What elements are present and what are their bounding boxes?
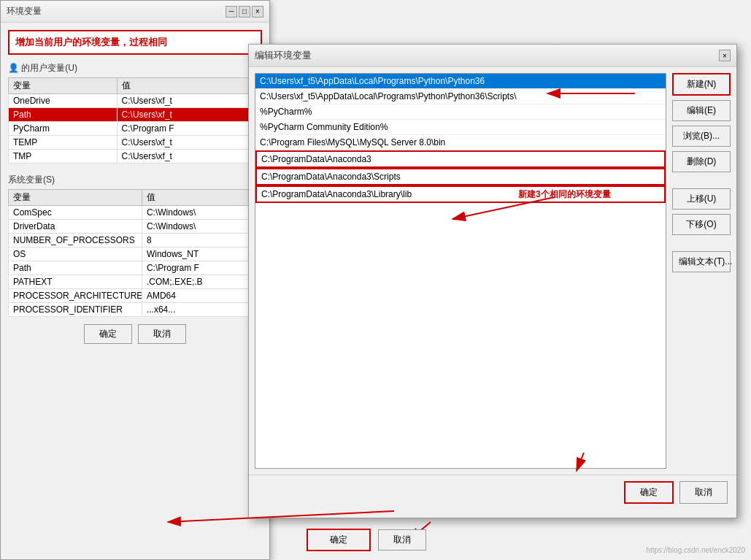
sys-var-name: Path bbox=[9, 261, 142, 275]
sys-var-name: NUMBER_OF_PROCESSORS bbox=[9, 234, 142, 248]
move-up-button[interactable]: 上移(U) bbox=[672, 188, 731, 210]
env-ok-button[interactable]: 确定 bbox=[84, 324, 132, 344]
sys-var-name: PROCESSOR_ARCHITECTURE bbox=[9, 289, 142, 303]
user-vars-table: 变量 值 OneDriveC:\Users\xf_tPathC:\Users\x… bbox=[8, 77, 262, 164]
user-var-row[interactable]: TEMPC:\Users\xf_t bbox=[9, 136, 262, 150]
system-vars-body: ComSpecC:\Windows\DriverDataC:\Windows\N… bbox=[9, 206, 262, 317]
user-var-name: TMP bbox=[9, 150, 118, 164]
path-list-item[interactable]: C:\Program Files\MySQL\MySQL Server 8.0\… bbox=[255, 135, 666, 150]
user-var-value: C:\Users\xf_t bbox=[117, 108, 261, 122]
sys-var-row[interactable]: PROCESSOR_ARCHITECTUREAMD64 bbox=[9, 289, 262, 303]
env-window-titlebar: 环境变量 ─ □ × bbox=[1, 1, 269, 23]
path-list-item[interactable]: C:\Users\xf_t5\AppData\Local\Programs\Py… bbox=[255, 74, 666, 89]
sys-col-var: 变量 bbox=[9, 190, 142, 206]
sys-var-value: ...x64... bbox=[142, 303, 261, 317]
system-section-label: 系统变量(S) bbox=[8, 174, 262, 186]
sys-var-row[interactable]: PATHEXT.COM;.EXE;.B bbox=[9, 275, 262, 289]
edit-env-dialog: 编辑环境变量 × C:\Users\xf_t5\AppData\Local\Pr… bbox=[248, 44, 737, 518]
env-cancel-button[interactable]: 取消 bbox=[138, 324, 186, 344]
user-var-row[interactable]: PyCharmC:\Program F bbox=[9, 122, 262, 136]
sys-var-row[interactable]: DriverDataC:\Windows\ bbox=[9, 220, 262, 234]
path-list-item[interactable]: %PyCharm Community Edition% bbox=[255, 120, 666, 135]
sys-var-row[interactable]: PathC:\Program F bbox=[9, 261, 262, 275]
path-list-item[interactable]: C:\ProgramData\Anaconda3\Library\lib bbox=[255, 185, 666, 203]
user-var-value: C:\Program F bbox=[117, 122, 261, 136]
path-list-item[interactable]: C:\ProgramData\Anaconda3\Scripts bbox=[255, 168, 666, 185]
sys-var-name: PATHEXT bbox=[9, 275, 142, 289]
bottom-cancel-button[interactable]: 取消 bbox=[378, 529, 426, 551]
edit-dialog-title: 编辑环境变量 bbox=[255, 49, 312, 62]
user-vars-body: OneDriveC:\Users\xf_tPathC:\Users\xf_tPy… bbox=[9, 94, 262, 164]
user-section-label: 👤 的用户变量(U) bbox=[8, 62, 262, 74]
user-var-name: TEMP bbox=[9, 136, 118, 150]
sys-var-value: 8 bbox=[142, 234, 261, 248]
edit-text-button[interactable]: 编辑文本(T)... bbox=[672, 251, 731, 272]
sys-var-row[interactable]: PROCESSOR_IDENTIFIER...x64... bbox=[9, 303, 262, 317]
edit-dialog-footer: 确定 取消 bbox=[249, 475, 736, 510]
env-content: 增加当前用户的环境变量，过程相同 👤 的用户变量(U) 变量 值 OneDriv… bbox=[1, 23, 269, 351]
user-var-name: Path bbox=[9, 108, 118, 122]
edit-close-button[interactable]: × bbox=[719, 50, 731, 61]
watermark: https://blog.csdn.net/enck2020 bbox=[646, 546, 745, 554]
sys-var-value: .COM;.EXE;.B bbox=[142, 275, 261, 289]
env-bottom-buttons: 确定 取消 bbox=[8, 324, 262, 344]
env-window-title: 环境变量 bbox=[7, 5, 42, 18]
user-var-value: C:\Users\xf_t bbox=[117, 136, 261, 150]
sys-var-row[interactable]: OSWindows_NT bbox=[9, 248, 262, 261]
path-list[interactable]: C:\Users\xf_t5\AppData\Local\Programs\Py… bbox=[255, 73, 666, 469]
annotation-text: 增加当前用户的环境变量，过程相同 bbox=[8, 30, 262, 55]
title-bar-buttons: ─ □ × bbox=[226, 6, 263, 18]
right-buttons-panel: 新建(N) 编辑(E) 浏览(B)... 删除(D) 上移(U) 下移(O) 编… bbox=[672, 73, 731, 469]
sys-var-value: C:\Windows\ bbox=[142, 220, 261, 234]
browse-button[interactable]: 浏览(B)... bbox=[672, 126, 731, 147]
move-down-button[interactable]: 下移(O) bbox=[672, 214, 731, 235]
user-col-val: 值 bbox=[117, 78, 261, 94]
bottom-ok-button[interactable]: 确定 bbox=[307, 529, 371, 551]
user-var-row[interactable]: PathC:\Users\xf_t bbox=[9, 108, 262, 122]
path-list-item[interactable]: C:\Users\xf_t5\AppData\Local\Programs\Py… bbox=[255, 89, 666, 104]
user-var-row[interactable]: TMPC:\Users\xf_t bbox=[9, 150, 262, 164]
edit-title-buttons: × bbox=[719, 50, 731, 61]
sys-var-name: DriverData bbox=[9, 220, 142, 234]
user-var-row[interactable]: OneDriveC:\Users\xf_t bbox=[9, 94, 262, 108]
sys-var-name: PROCESSOR_IDENTIFIER bbox=[9, 303, 142, 317]
env-variables-window: 环境变量 ─ □ × 增加当前用户的环境变量，过程相同 👤 的用户变量(U) 变… bbox=[0, 0, 270, 560]
new-path-button[interactable]: 新建(N) bbox=[672, 73, 731, 96]
delete-button[interactable]: 删除(D) bbox=[672, 151, 731, 172]
path-list-item[interactable]: %PyCharm% bbox=[255, 104, 666, 120]
sys-var-row[interactable]: ComSpecC:\Windows\ bbox=[9, 206, 262, 220]
user-var-name: PyCharm bbox=[9, 122, 118, 136]
user-var-value: C:\Users\xf_t bbox=[117, 94, 261, 108]
sys-var-value: C:\Windows\ bbox=[142, 206, 261, 220]
sys-var-name: ComSpec bbox=[9, 206, 142, 220]
edit-dialog-content: C:\Users\xf_t5\AppData\Local\Programs\Py… bbox=[249, 67, 736, 475]
minimize-button[interactable]: ─ bbox=[226, 6, 237, 18]
sys-col-val: 值 bbox=[142, 190, 261, 206]
path-list-item[interactable]: C:\ProgramData\Anaconda3 bbox=[255, 150, 666, 168]
user-icon: 👤 bbox=[8, 63, 19, 73]
bottom-confirm-area: 确定 取消 bbox=[307, 529, 426, 551]
sys-var-row[interactable]: NUMBER_OF_PROCESSORS8 bbox=[9, 234, 262, 248]
sys-var-name: OS bbox=[9, 248, 142, 261]
user-var-name: OneDrive bbox=[9, 94, 118, 108]
edit-dialog-titlebar: 编辑环境变量 × bbox=[249, 45, 736, 67]
edit-cancel-button[interactable]: 取消 bbox=[679, 481, 728, 504]
system-vars-table: 变量 值 ComSpecC:\Windows\DriverDataC:\Wind… bbox=[8, 189, 262, 317]
user-col-var: 变量 bbox=[9, 78, 118, 94]
maximize-button[interactable]: □ bbox=[239, 6, 250, 18]
user-var-value: C:\Users\xf_t bbox=[117, 150, 261, 164]
sys-var-value: C:\Program F bbox=[142, 261, 261, 275]
close-button[interactable]: × bbox=[252, 6, 263, 18]
edit-ok-button[interactable]: 确定 bbox=[624, 481, 674, 504]
sys-var-value: Windows_NT bbox=[142, 248, 261, 261]
sys-var-value: AMD64 bbox=[142, 289, 261, 303]
edit-path-button[interactable]: 编辑(E) bbox=[672, 100, 731, 121]
